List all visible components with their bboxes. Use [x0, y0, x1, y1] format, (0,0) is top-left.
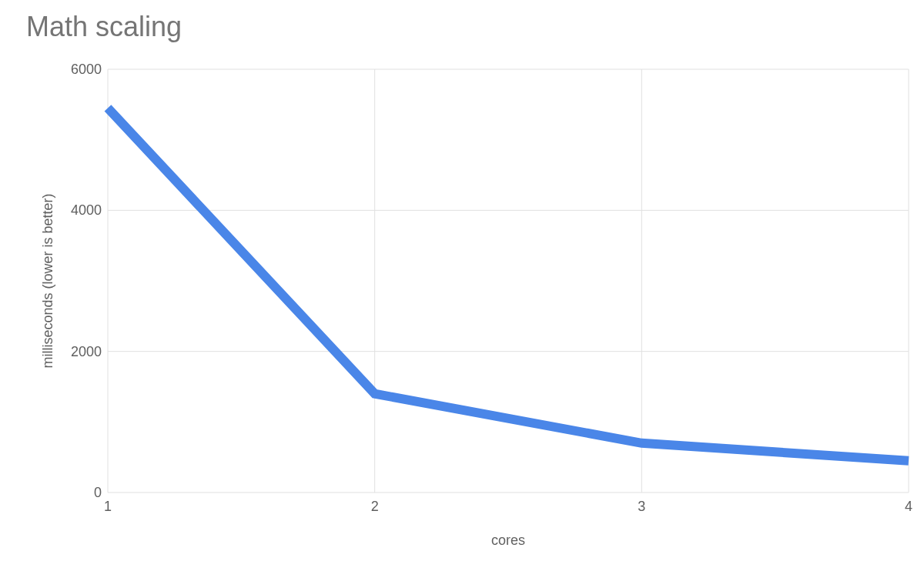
gridlines	[108, 69, 909, 493]
x-axis-label: cores	[491, 533, 525, 549]
plot-area	[108, 69, 909, 493]
x-tick-label: 4	[893, 499, 924, 515]
y-axis-label: milliseconds (lower is better)	[40, 193, 56, 368]
data-series-line	[108, 108, 909, 460]
x-tick-label: 2	[360, 499, 390, 515]
chart-svg	[108, 69, 909, 493]
y-tick-label: 6000	[40, 62, 102, 78]
chart-title: Math scaling	[26, 11, 182, 43]
x-tick-label: 3	[626, 499, 657, 515]
chart-container: Math scaling 0200040006000 1234 millisec…	[0, 0, 924, 571]
x-tick-label: 1	[92, 499, 123, 515]
